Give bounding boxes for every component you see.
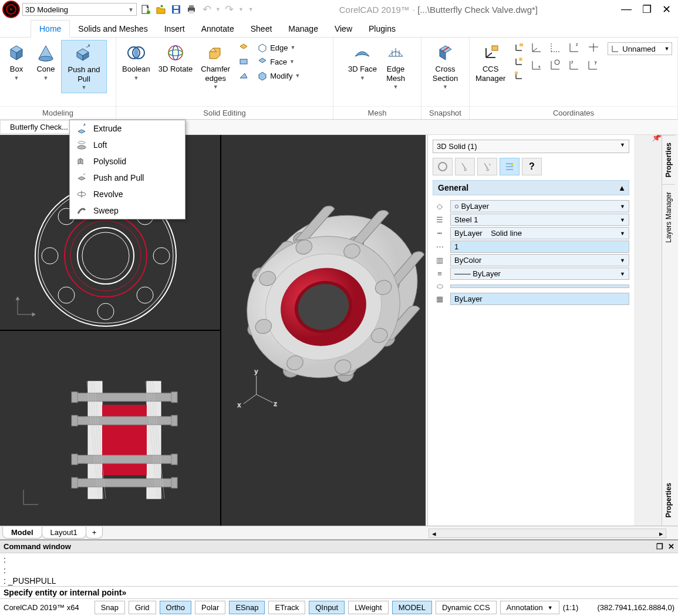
- close-button[interactable]: ✕: [662, 3, 671, 16]
- prop-plotstyle[interactable]: ByColor▼: [450, 254, 629, 266]
- tab-solids-and-meshes[interactable]: Solids and Meshes: [70, 21, 156, 37]
- prop-hyperlink[interactable]: [450, 285, 629, 288]
- viewport-iso[interactable]: y z x: [221, 135, 426, 526]
- svg-rect-15: [492, 46, 498, 50]
- status-dynamic-ccs[interactable]: Dynamic CCS: [436, 601, 497, 614]
- status-esnap[interactable]: ESnap: [229, 601, 265, 614]
- coord-grid-2[interactable]: [549, 41, 565, 56]
- viewport-side[interactable]: [0, 331, 220, 526]
- face-small[interactable]: Face ▼: [255, 55, 302, 68]
- pp-btn-quick[interactable]: [500, 158, 520, 175]
- selection-filter-combo[interactable]: 3D Solid (1)▼: [433, 140, 629, 153]
- pp-btn-2[interactable]: [455, 158, 475, 175]
- small-btn-a[interactable]: [236, 41, 251, 54]
- status-model[interactable]: MODEL: [392, 601, 432, 614]
- section-general[interactable]: General▴: [433, 180, 629, 195]
- coord-grid-7[interactable]: z: [568, 59, 584, 74]
- layout-tab-model[interactable]: Model: [2, 527, 42, 539]
- workspace-combo[interactable]: 3D Modeling▼: [22, 3, 137, 16]
- prop-lineweight[interactable]: ─── ByLayer▼: [450, 268, 629, 280]
- transparency-icon: ▦: [433, 294, 447, 304]
- cone-button[interactable]: Cone▼: [32, 40, 60, 83]
- layout-tab-add[interactable]: +: [86, 527, 103, 539]
- ccs-icon-a[interactable]: [511, 41, 527, 54]
- menu-item-sweep[interactable]: Sweep: [70, 202, 185, 219]
- side-tab-properties-bottom[interactable]: Properties: [662, 477, 678, 523]
- boolean-button[interactable]: Boolean▼: [119, 40, 154, 83]
- pp-btn-help[interactable]: ?: [522, 158, 542, 175]
- status-annotation[interactable]: Annotation▼: [500, 601, 559, 614]
- edge-mesh-button[interactable]: Edge Mesh▼: [382, 40, 410, 92]
- prop-scale[interactable]: 1: [450, 241, 629, 253]
- command-history: : : : _PUSHPULL: [0, 553, 678, 586]
- new-icon[interactable]: [139, 3, 152, 16]
- status-etrack[interactable]: ETrack: [268, 601, 305, 614]
- small-btn-c[interactable]: [236, 69, 251, 82]
- coord-grid-8[interactable]: y: [586, 59, 603, 74]
- coord-grid-3[interactable]: z: [568, 41, 584, 56]
- ccs-icon-c[interactable]: [511, 69, 527, 82]
- status-snap[interactable]: Snap: [95, 601, 125, 614]
- tab-manage[interactable]: Manage: [280, 21, 326, 37]
- tab-annotate[interactable]: Annotate: [193, 21, 242, 37]
- menu-item-extrude[interactable]: Extrude: [70, 120, 185, 137]
- 3d-rotate-button[interactable]: 3D Rotate: [155, 40, 197, 76]
- small-btn-b[interactable]: [236, 55, 251, 68]
- tab-sheet[interactable]: Sheet: [242, 21, 281, 37]
- layout-tab-layout1[interactable]: Layout1: [42, 527, 86, 539]
- pp-btn-1[interactable]: [433, 158, 453, 175]
- save-icon[interactable]: [170, 3, 183, 16]
- tab-plugins[interactable]: Plugins: [360, 21, 404, 37]
- ccs-manager-button[interactable]: CCS Manager: [472, 40, 509, 85]
- tab-view[interactable]: View: [326, 21, 360, 37]
- app-logo-icon[interactable]: [2, 1, 20, 18]
- edge-small[interactable]: Edge ▼: [255, 41, 302, 54]
- menu-item-loft[interactable]: Loft: [70, 137, 185, 153]
- tab-home[interactable]: Home: [31, 20, 70, 38]
- coord-grid-5[interactable]: x: [530, 59, 547, 74]
- status-polar[interactable]: Polar: [195, 601, 225, 614]
- ccs-icon-b[interactable]: [511, 55, 527, 68]
- pp-btn-3[interactable]: [477, 158, 497, 175]
- side-tab-strip: Properties Layers Manager Properties: [662, 135, 678, 526]
- coord-grid-6[interactable]: [549, 59, 565, 74]
- cross-section-button[interactable]: Cross Section▼: [429, 40, 461, 92]
- command-prompt[interactable]: Specify entity or internal point»: [0, 586, 678, 598]
- svg-point-13: [173, 46, 178, 60]
- status-ortho[interactable]: Ortho: [160, 601, 192, 614]
- cmd-close-icon[interactable]: ✕: [668, 542, 674, 551]
- menu-item-revolve[interactable]: Revolve: [70, 186, 185, 202]
- status-qinput[interactable]: QInput: [309, 601, 345, 614]
- side-tab-layers[interactable]: Layers Manager: [662, 184, 675, 250]
- restore-button[interactable]: ❐: [642, 3, 652, 16]
- 3d-face-button[interactable]: 3D Face▼: [345, 40, 380, 83]
- push-and-pull-button[interactable]: Push and Pull▼: [61, 40, 107, 93]
- undo-icon[interactable]: ↶: [200, 3, 213, 16]
- document-tab[interactable]: Butterfly Check...: [0, 120, 78, 134]
- group-label-solid-editing: Solid Editing: [116, 106, 333, 119]
- redo-icon[interactable]: ↷: [223, 3, 236, 16]
- print-icon[interactable]: [185, 3, 198, 16]
- status-lweight[interactable]: LWeight: [348, 601, 389, 614]
- tab-insert[interactable]: Insert: [156, 21, 193, 37]
- svg-rect-4: [174, 10, 178, 13]
- menu-item-push-and-pull[interactable]: Push and Pull: [70, 170, 185, 186]
- coord-grid-1[interactable]: [530, 41, 547, 56]
- open-icon[interactable]: [154, 3, 167, 16]
- horizontal-scrollbar[interactable]: ◂▸: [429, 529, 666, 538]
- prop-transparency[interactable]: ByLayer: [450, 293, 629, 305]
- menu-item-polysolid[interactable]: Polysolid: [70, 153, 185, 170]
- chamfer-edges-button[interactable]: Chamfer edges▼: [197, 40, 234, 92]
- box-button[interactable]: Box▼: [2, 40, 31, 83]
- linetype-icon: ┅: [433, 228, 447, 239]
- prop-color[interactable]: ○ ByLayer▼: [450, 200, 629, 212]
- side-tab-properties[interactable]: Properties: [662, 135, 675, 184]
- ccs-named-combo[interactable]: Unnamed ▼: [608, 42, 672, 55]
- status-grid[interactable]: Grid: [129, 601, 156, 614]
- prop-linetype[interactable]: ByLayer Solid line▼: [450, 227, 629, 239]
- modify-small[interactable]: Modify ▼: [255, 69, 302, 82]
- coord-grid-4[interactable]: [586, 41, 603, 56]
- minimize-button[interactable]: —: [621, 3, 632, 16]
- cmd-restore-icon[interactable]: ❐: [656, 542, 663, 551]
- prop-layer[interactable]: Steel 1▼: [450, 214, 629, 226]
